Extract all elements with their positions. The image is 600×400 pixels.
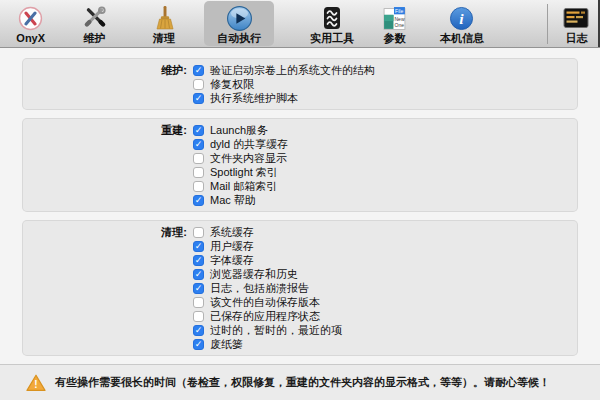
warning-icon: ! (26, 374, 46, 392)
checkbox-mac-help[interactable] (193, 195, 204, 206)
toolbar-item-cleaning[interactable]: 清理 (134, 1, 194, 46)
checkbox-launch-services[interactable] (193, 125, 204, 136)
toolbar-label-onyx: OnyX (16, 32, 45, 45)
play-icon (226, 4, 253, 32)
onyx-app-icon (18, 4, 43, 32)
checkbox-autosave-versions[interactable] (193, 297, 204, 308)
checkbox-label: 废纸篓 (210, 337, 243, 351)
checkbox-label: dyld 的共享缓存 (210, 137, 288, 151)
checkbox-label: 执行系统维护脚本 (210, 91, 298, 105)
footer-warning-bar: ! 有些操作需要很长的时间（卷检查，权限修复，重建的文件夹内容的显示格式，等等）… (0, 364, 600, 400)
checkbox-label: 过时的，暂时的，最近的项 (210, 323, 342, 337)
svg-text:New: New (394, 15, 404, 21)
row-mac-help: Mac 帮助 (193, 193, 577, 207)
group-rebuild-label: 重建: (23, 123, 193, 207)
checkbox-trash[interactable] (193, 339, 204, 350)
svg-text:One: One (394, 21, 404, 27)
checkbox-label: Launch服务 (210, 123, 268, 137)
row-browser-cache: 浏览器缓存和历史 (193, 267, 577, 281)
row-repair-permissions: 修复权限 (193, 77, 577, 91)
toolbar-label-utilities: 实用工具 (310, 32, 354, 45)
checkbox-label: Mac 帮助 (210, 193, 256, 207)
svg-text:File: File (395, 7, 403, 13)
automation-panel: 维护: 验证启动宗卷上的系统文件的结构 修复权限 执行系统维护脚本 重建: (0, 48, 600, 363)
checkbox-repair-permissions[interactable] (193, 79, 204, 90)
toolbar-item-automation[interactable]: 自动执行 (204, 1, 274, 46)
checkbox-label: 字体缓存 (210, 253, 254, 267)
toolbar-item-maintenance[interactable]: 维护 (64, 1, 124, 46)
tools-icon (82, 4, 108, 32)
checkbox-browser-cache[interactable] (193, 269, 204, 280)
toolbar-label-maintenance: 维护 (84, 32, 106, 45)
checkbox-font-cache[interactable] (193, 255, 204, 266)
toolbar-item-info[interactable]: i 本机信息 (427, 1, 497, 46)
checkbox-label: 浏览器缓存和历史 (210, 267, 298, 281)
checkbox-user-cache[interactable] (193, 241, 204, 252)
toolbar-item-utilities[interactable]: 实用工具 (297, 1, 367, 46)
checkbox-spotlight-index[interactable] (193, 167, 204, 178)
checkbox-logs-crash-reports[interactable] (193, 283, 204, 294)
row-autosave-versions: 该文件的自动保存版本 (193, 295, 577, 309)
group-cleaning: 清理: 系统缓存 用户缓存 字体缓存 浏览器缓存和历史 (22, 220, 578, 356)
row-system-cache: 系统缓存 (193, 225, 577, 239)
checkbox-system-cache[interactable] (193, 227, 204, 238)
checkbox-folder-display[interactable] (193, 153, 204, 164)
row-spotlight-index: Spotlight 索引 (193, 165, 577, 179)
row-verify-structure: 验证启动宗卷上的系统文件的结构 (193, 63, 577, 77)
svg-text:i: i (460, 9, 465, 26)
log-icon (563, 4, 589, 32)
toolbar-label-logs: 日志 (565, 32, 587, 45)
onyx-window: OnyX 维护 (0, 0, 600, 400)
checkbox-label: 用户缓存 (210, 239, 254, 253)
group-maintenance-label: 维护: (23, 63, 193, 105)
checkbox-label: 验证启动宗卷上的系统文件的结构 (210, 63, 375, 77)
row-folder-display: 文件夹内容显示 (193, 151, 577, 165)
row-trash: 废纸篓 (193, 337, 577, 351)
checkbox-verify-structure[interactable] (193, 65, 204, 76)
toolbar-label-automation: 自动执行 (217, 32, 261, 45)
row-maintenance-scripts: 执行系统维护脚本 (193, 91, 577, 105)
info-icon: i (449, 4, 474, 32)
checkbox-label: 修复权限 (210, 77, 254, 91)
checkbox-obsolete-items[interactable] (193, 325, 204, 336)
checkbox-maintenance-scripts[interactable] (193, 93, 204, 104)
checkbox-label: 已保存的应用程序状态 (210, 309, 320, 323)
toolbar: OnyX 维护 (0, 0, 600, 48)
warning-text: 有些操作需要很长的时间（卷检查，权限修复，重建的文件夹内容的显示格式，等等）。请… (55, 375, 550, 390)
checkbox-label: 系统缓存 (210, 225, 254, 239)
checkbox-label: Mail 邮箱索引 (210, 179, 277, 193)
svg-text:!: ! (34, 379, 37, 390)
toolbar-item-logs[interactable]: 日志 (553, 1, 600, 46)
broom-icon (152, 4, 177, 32)
row-mail-index: Mail 邮箱索引 (193, 179, 577, 193)
checkbox-label: 该文件的自动保存版本 (210, 295, 320, 309)
row-dyld-cache: dyld 的共享缓存 (193, 137, 577, 151)
checkbox-label: Spotlight 索引 (210, 165, 278, 179)
toolbar-label-cleaning: 清理 (153, 32, 175, 45)
toolbox-icon (320, 4, 344, 32)
toolbar-label-info: 本机信息 (440, 32, 484, 45)
toolbar-label-parameters: 参数 (383, 32, 405, 45)
row-launch-services: Launch服务 (193, 123, 577, 137)
toolbar-item-onyx[interactable]: OnyX (8, 1, 53, 46)
row-user-cache: 用户缓存 (193, 239, 577, 253)
row-saved-app-states: 已保存的应用程序状态 (193, 309, 577, 323)
row-logs-crash-reports: 日志，包括崩溃报告 (193, 281, 577, 295)
preferences-icon: File New One (383, 4, 406, 32)
checkbox-label: 日志，包括崩溃报告 (210, 281, 309, 295)
group-cleaning-label: 清理: (23, 225, 193, 351)
checkbox-mail-index[interactable] (193, 181, 204, 192)
checkbox-saved-app-states[interactable] (193, 311, 204, 322)
row-obsolete-items: 过时的，暂时的，最近的项 (193, 323, 577, 337)
row-font-cache: 字体缓存 (193, 253, 577, 267)
checkbox-dyld-cache[interactable] (193, 139, 204, 150)
group-maintenance: 维护: 验证启动宗卷上的系统文件的结构 修复权限 执行系统维护脚本 (22, 58, 578, 110)
toolbar-separator (547, 4, 548, 44)
toolbar-item-parameters[interactable]: File New One 参数 (369, 1, 420, 46)
checkbox-label: 文件夹内容显示 (210, 151, 287, 165)
group-rebuild: 重建: Launch服务 dyld 的共享缓存 文件夹内容显示 Spotligh… (22, 118, 578, 212)
